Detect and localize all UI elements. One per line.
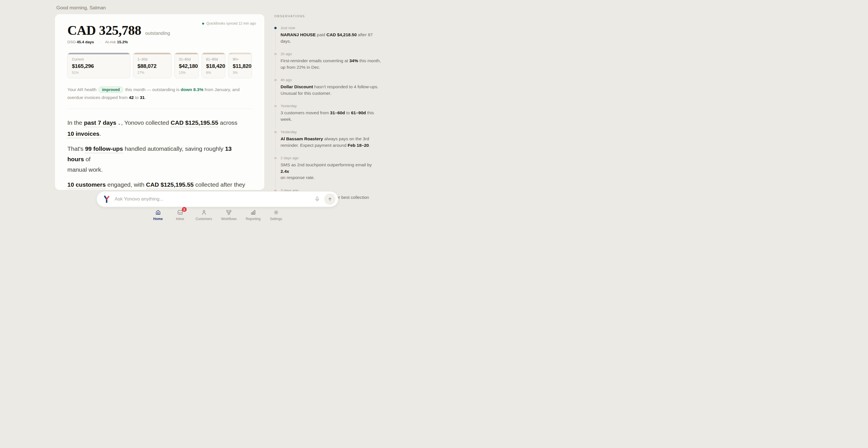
- bucket-label: 1–30d: [137, 58, 167, 61]
- text-segment: Unusual for this customer.: [281, 91, 331, 96]
- bottom-nav: Home 3 Inbox Customers Workflows Reporti…: [151, 209, 283, 221]
- observation-time: 2h ago: [281, 52, 381, 56]
- ask-input[interactable]: [115, 196, 314, 202]
- observation-entry: 4h ago Dollar Discount hasn't responded …: [274, 78, 381, 97]
- statement-follow-ups: That's 99 follow-ups handled automatical…: [67, 143, 249, 175]
- bucket-accent-bar: [175, 53, 198, 54]
- mic-icon: [314, 196, 320, 203]
- text-segment: manual work.: [67, 166, 103, 173]
- home-icon: [155, 209, 161, 215]
- outstanding-headline: CAD 325,788 outstanding: [67, 24, 252, 37]
- timeline-line: [275, 134, 276, 155]
- nav-item-workflows[interactable]: Workflows: [221, 209, 237, 221]
- bucket-accent-bar: [202, 53, 225, 54]
- nav-item-settings[interactable]: Settings: [270, 209, 283, 221]
- bucket-amount: $165,296: [72, 63, 126, 69]
- timeline-dot-icon: [274, 131, 277, 133]
- text-segment: SMS as 2nd touchpoint outperforming emai…: [281, 162, 372, 167]
- text-segment: .: [369, 143, 370, 148]
- observation-text: Al Bassam Roastery always pays on the 3r…: [281, 136, 370, 148]
- statement-customers: 10 customers engaged, with CAD $125,195.…: [67, 179, 249, 190]
- text-segment: overdue invoices dropped from: [67, 95, 129, 100]
- bucket-accent-bar: [133, 53, 171, 54]
- sync-status: QuickBooks synced 12 min ago: [202, 22, 256, 26]
- text-segment: of: [84, 156, 90, 162]
- health-status-pill: improved: [98, 87, 123, 93]
- aging-bucket[interactable]: 31–60d $42,180 13%: [175, 53, 199, 78]
- text-segment: 2.4x: [281, 169, 289, 174]
- bucket-amount: $11,820: [233, 63, 247, 69]
- follow-ups-link[interactable]: 99 follow-ups: [85, 145, 123, 153]
- bucket-amount: $88,072: [137, 63, 167, 69]
- collected-amount-link[interactable]: CAD $125,195.55: [146, 181, 194, 189]
- aging-bucket[interactable]: 61–90d $18,420 6%: [202, 53, 225, 78]
- observation-entry: 2 days ago SMS as 2nd touchpoint outperf…: [274, 156, 381, 181]
- text-segment: In the: [67, 119, 84, 126]
- text-segment: reminder. Expect payment around: [281, 143, 348, 148]
- text-segment: Feb 18–20: [348, 143, 369, 148]
- text-segment: hasn't responded to 4 follow-ups.: [313, 84, 378, 89]
- customers-link[interactable]: 10 customers: [67, 181, 105, 189]
- text-segment: 31: [140, 95, 145, 100]
- inbox-badge: 3: [182, 207, 187, 212]
- text-segment: NARANJ HOUSE: [281, 32, 316, 37]
- observation-time: 2 days ago: [281, 156, 381, 160]
- bucket-label: 90+: [233, 58, 247, 61]
- aging-bucket[interactable]: Current $165,296 51%: [67, 53, 130, 78]
- nav-item-inbox[interactable]: 3 Inbox: [174, 209, 187, 221]
- text-segment: on response rate.: [281, 175, 315, 180]
- observations-timeline: Just now NARANJ HOUSE paid CAD $4,218.50…: [274, 26, 381, 207]
- text-segment: , Yonovo collected: [121, 119, 171, 126]
- statement-collections: In the past 7 days ⌄, Yonovo collected C…: [67, 117, 249, 139]
- bucket-label: Current: [72, 58, 126, 61]
- aging-bucket[interactable]: 90+ $11,820 3%: [228, 53, 252, 78]
- text-segment: from January, and: [203, 87, 240, 92]
- observation-time: Yesterday: [281, 104, 381, 108]
- observation-entry: Yesterday Al Bassam Roastery always pays…: [274, 130, 381, 148]
- nav-item-home[interactable]: Home: [151, 209, 164, 221]
- text-segment: handled automatically, saving roughly: [123, 145, 225, 152]
- chevron-down-icon[interactable]: ⌄: [116, 121, 121, 126]
- bucket-share: 27%: [137, 71, 167, 75]
- bucket-share: 13%: [179, 71, 194, 75]
- mic-button[interactable]: [314, 196, 320, 203]
- send-button[interactable]: [324, 194, 336, 205]
- text-segment: 61–90d: [351, 110, 366, 115]
- nav-item-customers[interactable]: Customers: [196, 209, 212, 221]
- collected-amount-link[interactable]: CAD $125,195.55: [171, 119, 218, 127]
- metrics-row: DSO 45.4 days · At-risk 15.2%: [67, 40, 252, 44]
- observations-rail: OBSERVATIONS Just now NARANJ HOUSE paid …: [274, 14, 381, 214]
- invoices-link[interactable]: 10 invoices: [67, 130, 99, 138]
- yonovo-logo-icon: [103, 195, 110, 203]
- text-segment: Dollar Discount: [281, 84, 313, 89]
- summary-card: QuickBooks synced 12 min ago CAD 325,788…: [55, 14, 265, 190]
- timeline-dot-icon: [274, 79, 277, 81]
- timeline-dot-icon: [274, 53, 277, 55]
- observation-text: First-reminder emails converting at 34% …: [281, 58, 381, 70]
- ask-bar: [97, 191, 338, 207]
- aging-buckets: Current $165,296 51% 1–30d $88,072 27% 3…: [67, 53, 252, 78]
- nav-item-reporting[interactable]: Reporting: [246, 209, 260, 221]
- observation-text: 3 customers moved from 31–60d to 61–90d …: [281, 110, 374, 122]
- bucket-amount: $42,180: [179, 63, 194, 69]
- text-segment: collected after they: [194, 181, 245, 188]
- ar-health-summary: Your AR health improved this month — out…: [67, 86, 252, 101]
- sync-status-dot-icon: [202, 23, 204, 25]
- bucket-accent-bar: [68, 53, 130, 54]
- observation-entry: Yesterday 3 customers moved from 31–60d …: [274, 104, 381, 123]
- text-segment: That's: [67, 145, 85, 152]
- text-segment: Al Bassam Roastery: [281, 136, 323, 141]
- sync-status-text: QuickBooks synced 12 min ago: [206, 22, 256, 26]
- timeline-dot-icon: [274, 157, 277, 159]
- period-selector[interactable]: past 7 days: [84, 119, 116, 127]
- arrow-up-icon: [328, 197, 332, 202]
- text-segment: 34%: [349, 58, 358, 63]
- text-segment: to: [345, 110, 351, 115]
- customers-icon: [201, 209, 207, 215]
- aging-bucket[interactable]: 1–30d $88,072 27%: [133, 53, 172, 78]
- reporting-icon: [250, 209, 256, 215]
- text-segment: up from 22% in Dec.: [281, 65, 320, 70]
- text-segment: this month — outstanding is: [124, 87, 181, 92]
- outstanding-label: outstanding: [145, 31, 170, 36]
- dso-label: DSO: [67, 40, 75, 44]
